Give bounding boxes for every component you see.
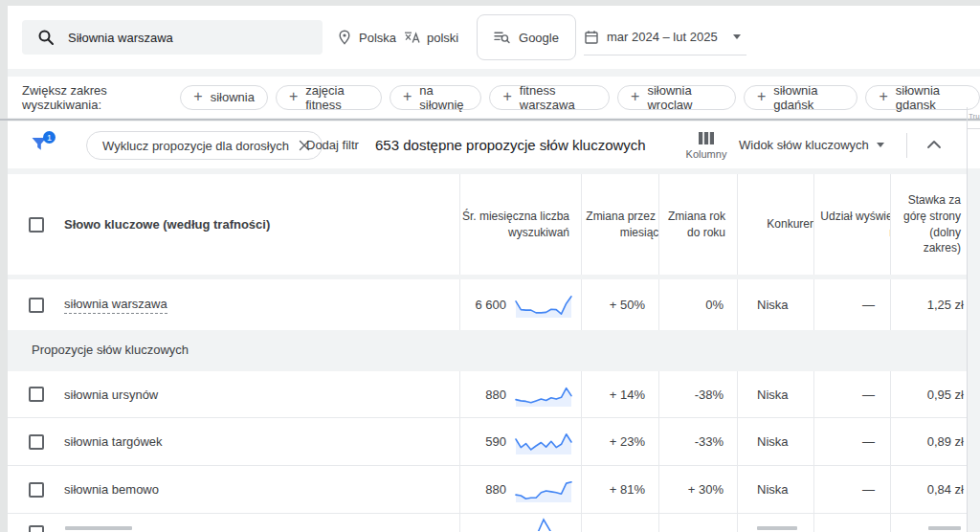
table-row: siłownia bemowo 880 + 81% + 30% Niska — … <box>8 466 967 514</box>
keyword-link[interactable]: siłownia targówek <box>64 434 163 449</box>
columns-icon <box>698 131 715 145</box>
language-label: polski <box>427 31 458 45</box>
table-row: siłownia targówek 590 + 23% -33% Niska —… <box>8 418 967 466</box>
row-checkbox[interactable] <box>29 298 44 313</box>
broaden-chip-label: fitness warszawa <box>520 83 596 112</box>
change-yoy-value: + 30% <box>658 466 737 513</box>
avg-searches-value: 880 <box>485 482 506 497</box>
row-checkbox[interactable] <box>29 525 44 532</box>
row-checkbox[interactable] <box>29 387 44 402</box>
trend-sparkline <box>514 428 573 456</box>
change-yoy-value: -38% <box>658 371 737 417</box>
broaden-search-label: Zwiększ zakres wyszukiwania: <box>22 83 163 112</box>
plus-icon: + <box>879 89 887 104</box>
broaden-chip-label: zajęcia fitness <box>305 83 368 112</box>
column-header-ad-impression-share[interactable]: Udział wyświetleń rekl. <box>813 174 890 275</box>
plus-icon: + <box>289 89 298 104</box>
edge-divider <box>967 128 980 129</box>
active-filter-label: Wyklucz propozycje dla dorosłych <box>102 139 289 153</box>
table-header: Słowo kluczowe (według trafności) Śr. mi… <box>8 174 967 275</box>
keyword-link[interactable]: siłownia bemowo <box>64 482 159 497</box>
top-bid-value: 0,84 zł <box>890 466 967 513</box>
competition-value: Niska <box>737 418 813 465</box>
column-header-keyword[interactable]: Słowo kluczowe (według trafności) <box>64 217 270 232</box>
broaden-chip-label: siłownia wroclaw <box>647 83 722 112</box>
broaden-chip[interactable]: +fitness warszawa <box>489 85 610 110</box>
column-header-competition[interactable]: Konkurencja <box>737 174 813 275</box>
broaden-search-panel: Zwiększ zakres wyszukiwania: +siłownia +… <box>8 77 980 118</box>
keyword-link[interactable]: siłownia ursynów <box>64 388 158 402</box>
language-selector[interactable]: polski <box>404 6 458 69</box>
trend-sparkline <box>514 380 573 409</box>
columns-button[interactable]: Kolumny <box>679 126 733 165</box>
clipped-edge-text: Tru <box>969 112 980 122</box>
change-yoy-value: 0% <box>658 279 737 330</box>
network-selector[interactable]: Google <box>477 14 576 60</box>
broaden-chip[interactable]: +na siłownię <box>390 85 482 110</box>
competition-value: Niska <box>737 466 813 513</box>
broaden-chip[interactable]: +zajęcia fitness <box>276 85 382 110</box>
left-strip <box>0 0 8 532</box>
ad-impression-share-value: — <box>813 371 890 417</box>
search-value: Siłownia warszawa <box>68 31 173 45</box>
trend-sparkline <box>514 476 573 504</box>
top-bid-value: 1,25 zł <box>890 279 967 330</box>
filter-button[interactable]: 1 <box>31 136 50 155</box>
broaden-chip[interactable]: +siłownia <box>180 85 268 110</box>
search-icon <box>37 29 55 46</box>
row-checkbox[interactable] <box>29 482 44 498</box>
broaden-chip-label: siłownia gdańsk <box>773 83 844 112</box>
search-bar-panel: Siłownia warszawa Polska polski Google <box>8 6 980 69</box>
broaden-chip-label: siłownia gdansk <box>896 83 967 112</box>
section-divider <box>0 119 980 121</box>
change-3m-value: + 81% <box>581 466 658 513</box>
avg-searches-value: 590 <box>485 434 506 449</box>
broaden-chip[interactable]: +siłownia gdańsk <box>744 85 858 110</box>
avg-searches-value: 880 <box>485 388 506 402</box>
column-header-top-bid[interactable]: Stawka za górę strony (dolny zakres) <box>890 174 967 275</box>
filter-toolbar: 1 Wyklucz propozycje dla dorosłych Dodaj… <box>8 122 980 168</box>
keyword-view-selector[interactable]: Widok słów kluczowych <box>739 122 884 168</box>
filter-count-badge: 1 <box>43 131 56 144</box>
trend-sparkline <box>514 291 573 320</box>
change-3m-value: + 50% <box>581 279 658 330</box>
row-checkbox[interactable] <box>29 434 44 450</box>
results-summary: 653 dostępne propozycje słów kluczowych <box>375 122 646 168</box>
collapse-chevron-icon[interactable] <box>924 135 944 154</box>
translate-icon <box>404 31 420 44</box>
keyword-view-label: Widok słów kluczowych <box>739 138 869 152</box>
search-network-icon <box>494 30 510 45</box>
keyword-row: siłownia warszawa 6 600 + 50% 0% Niska —… <box>8 279 967 330</box>
clipped-text-fragment <box>757 526 797 530</box>
plus-icon: + <box>757 89 766 104</box>
plus-icon: + <box>193 89 202 104</box>
active-filter-chip[interactable]: Wyklucz propozycje dla dorosłych <box>86 131 323 160</box>
keyword-link[interactable]: siłownia warszawa <box>64 297 167 314</box>
avg-searches-value: 6 600 <box>475 298 506 312</box>
keyword-ideas-section-label: Propozycje słów kluczowych <box>32 343 189 357</box>
plus-icon: + <box>403 89 412 104</box>
location-pin-icon <box>337 30 352 45</box>
add-filter-button[interactable]: Dodaj filtr <box>306 122 359 168</box>
location-label: Polska <box>359 31 396 45</box>
date-range-selector[interactable]: mar 2024 – lut 2025 <box>584 19 746 55</box>
table-right-border <box>967 107 968 532</box>
column-header-change-yoy[interactable]: Zmiana rok do roku <box>658 174 737 275</box>
network-label: Google <box>519 31 559 45</box>
chevron-down-icon <box>733 34 741 39</box>
column-header-avg-monthly[interactable]: Śr. miesięczna liczba wyszukiwań <box>459 174 581 275</box>
keyword-search-input[interactable]: Siłownia warszawa <box>22 20 323 55</box>
date-range-label: mar 2024 – lut 2025 <box>607 30 718 44</box>
column-header-change-3m[interactable]: Zmiana przez 3 miesiące <box>581 174 658 275</box>
broaden-chip[interactable]: +siłownia gdansk <box>865 85 980 110</box>
top-bid-value: 0,89 zł <box>890 418 967 465</box>
location-selector[interactable]: Polska <box>337 6 396 69</box>
broaden-chip[interactable]: +siłownia wroclaw <box>617 85 736 110</box>
broaden-chip-label: siłownia <box>211 90 255 104</box>
competition-value: Niska <box>737 279 813 330</box>
table-row-partial <box>8 514 967 531</box>
keyword-ideas-table: siłownia ursynów 880 + 14% -38% Niska — … <box>8 371 967 532</box>
trend-sparkline-partial <box>514 514 573 531</box>
select-all-checkbox[interactable] <box>29 217 44 233</box>
table-row: siłownia ursynów 880 + 14% -38% Niska — … <box>8 371 967 418</box>
